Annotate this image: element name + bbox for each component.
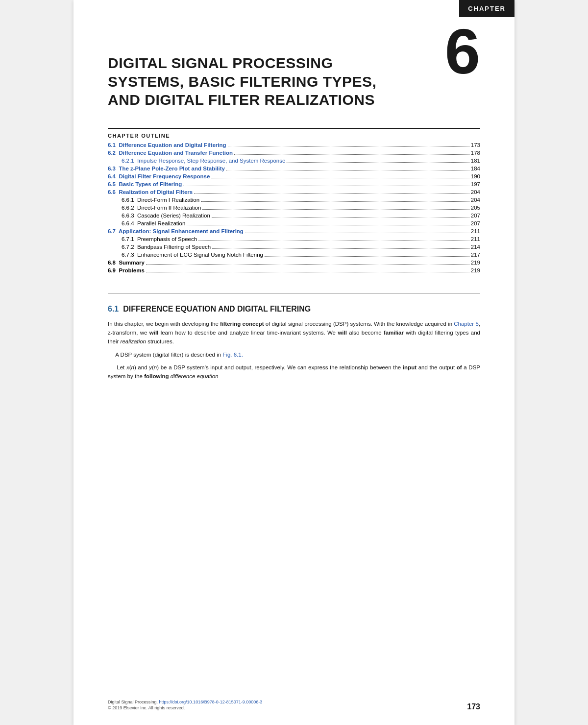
italic-n1: n (131, 364, 134, 370)
bold-input: input (403, 364, 416, 370)
toc-dots-6-6-2 (202, 209, 469, 210)
section-6-1-para-1: In this chapter, we begin with developin… (108, 319, 480, 346)
page-number: 173 (467, 702, 480, 711)
toc-entry-6-6-1: 6.6.1 Direct-Form I Realization 204 (108, 196, 480, 204)
toc-dots-6-6-3 (212, 217, 469, 218)
toc-entry-6-2-1: 6.2.1 Impulse Response, Step Response, a… (108, 157, 480, 165)
bold-will2: will (338, 330, 347, 336)
toc-label-6-5[interactable]: 6.5 Basic Types of Filtering (108, 181, 182, 187)
toc-label-6-6-4: 6.6.4 Parallel Realization (122, 220, 185, 226)
toc-label-6-2-1[interactable]: 6.2.1 Impulse Response, Step Response, a… (122, 158, 285, 164)
toc-entry-6-6: 6.6 Realization of Digital Filters 204 (108, 189, 480, 196)
toc-dots-6-6-4 (187, 225, 469, 225)
section-divider (108, 293, 480, 294)
toc-page-6-8: 219 (471, 260, 480, 266)
toc-dots-6-4 (211, 178, 469, 178)
toc-page-6-6: 204 (471, 189, 480, 195)
bold-following: following (144, 373, 169, 379)
book-page: CHAPTER 6 DIGITAL SIGNAL PROCESSING SYST… (74, 0, 514, 725)
toc-page-6-7-1: 211 (471, 236, 480, 242)
toc-entry-6-9: 6.9 Problems 219 (108, 267, 480, 275)
toc-label-6-7-2: 6.7.2 Bandpass Filtering of Speech (122, 244, 211, 250)
toc-label-6-8: 6.8 Summary (108, 260, 145, 266)
toc-page-6-7-3: 217 (471, 252, 480, 258)
page-footer: Digital Signal Processing. https://doi.o… (108, 699, 480, 711)
section-6-1-para-2: A DSP system (digital filter) is describ… (108, 350, 480, 359)
toc-entry-6-6-3: 6.6.3 Cascade (Series) Realization 207 (108, 212, 480, 220)
toc-label-6-9: 6.9 Problems (108, 267, 145, 273)
toc-dots-6-8 (146, 264, 469, 265)
toc-dots-6-7 (245, 233, 469, 233)
toc-entry-6-7-1: 6.7.1 Preemphasis of Speech 211 (108, 236, 480, 243)
toc-dots-6-6-1 (201, 201, 469, 202)
toc-dots-6-9 (146, 272, 469, 272)
chapter-number: 6 (445, 20, 480, 83)
toc-entry-6-4: 6.4 Digital Filter Frequency Response 19… (108, 173, 480, 181)
toc-label-6-4[interactable]: 6.4 Digital Filter Frequency Response (108, 173, 210, 179)
toc-page-6-6-3: 207 (471, 213, 480, 218)
toc-entry-6-7-3: 6.7.3 Enhancement of ECG Signal Using No… (108, 251, 480, 259)
bold-will1: will (149, 330, 159, 336)
toc-label-6-2[interactable]: 6.2 Difference Equation and Transfer Fun… (108, 150, 233, 156)
bold-of: of (457, 364, 462, 370)
toc-label-6-6-1: 6.6.1 Direct-Form I Realization (122, 197, 199, 203)
toc-page-6-6-2: 205 (471, 205, 480, 211)
section-6-1-para-3: Let x(n) and y(n) be a DSP system's inpu… (108, 363, 480, 381)
toc-entry-6-1: 6.1 Difference Equation and Digital Filt… (108, 142, 480, 149)
toc-dots-6-1 (228, 146, 469, 147)
toc-entry-6-8: 6.8 Summary 219 (108, 259, 480, 267)
toc-page-6-9: 219 (471, 267, 480, 273)
toc-page-6-7: 211 (471, 228, 480, 234)
section-6-1-heading: 6.1 DIFFERENCE EQUATION AND DIGITAL FILT… (108, 305, 480, 314)
section-num: 6.1 (108, 305, 119, 313)
toc-page-6-3: 184 (471, 166, 480, 171)
italic-yn: y (149, 364, 152, 370)
toc-label-6-6[interactable]: 6.6 Realization of Digital Filters (108, 189, 193, 195)
toc-label-6-7-1: 6.7.1 Preemphasis of Speech (122, 236, 197, 242)
outline-heading: CHAPTER OUTLINE (108, 133, 480, 139)
toc-dots-6-6 (194, 193, 469, 194)
toc-page-6-2-1: 181 (471, 158, 480, 164)
toc-label-6-3[interactable]: 6.3 The z-Plane Pole-Zero Plot and Stabi… (108, 166, 225, 171)
toc-label-6-6-3: 6.6.3 Cascade (Series) Realization (122, 213, 210, 218)
italic-realization: realization (121, 338, 146, 344)
toc-page-6-2: 178 (471, 150, 480, 156)
toc-dots-6-7-2 (212, 248, 469, 249)
toc-entry-6-6-4: 6.6.4 Parallel Realization 207 (108, 220, 480, 228)
toc-page-6-1: 173 (471, 142, 480, 148)
toc-dots-6-7-3 (265, 256, 469, 257)
toc-dots-6-7-1 (198, 241, 469, 241)
toc-entry-6-6-2: 6.6.2 Direct-Form II Realization 205 (108, 204, 480, 212)
toc-dots-6-2 (234, 154, 469, 155)
toc-page-6-7-2: 214 (471, 244, 480, 250)
italic-diff-eq: difference equation (171, 373, 219, 379)
toc-page-6-4: 190 (471, 173, 480, 179)
toc-page-6-5: 197 (471, 181, 480, 187)
toc-entry-6-7: 6.7 Application: Signal Enhancement and … (108, 228, 480, 236)
book-title-text: Digital Signal Processing. (108, 700, 158, 704)
toc-dots-6-2-1 (287, 162, 469, 163)
section-title-text: DIFFERENCE EQUATION AND DIGITAL FILTERIN… (123, 305, 311, 313)
toc-label-6-1[interactable]: 6.1 Difference Equation and Digital Filt… (108, 142, 226, 148)
italic-xn: x (126, 364, 129, 370)
copyright-text: © 2019 Elsevier Inc. All rights reserved… (108, 705, 185, 710)
chapter-title: DIGITAL SIGNAL PROCESSING SYSTEMS, BASIC… (108, 54, 402, 109)
toc-label-6-6-2: 6.6.2 Direct-Form II Realization (122, 205, 201, 211)
toc-entry-6-5: 6.5 Basic Types of Filtering 197 (108, 181, 480, 189)
bold-familiar: familiar (384, 330, 404, 336)
fig-6-1-link[interactable]: Fig. 6.1. (222, 352, 243, 358)
chapter5-link[interactable]: Chapter 5 (454, 321, 479, 327)
toc-page-6-6-1: 204 (471, 197, 480, 203)
toc-label-6-7[interactable]: 6.7 Application: Signal Enhancement and … (108, 228, 244, 234)
toc-page-6-6-4: 207 (471, 220, 480, 226)
toc-dots-6-5 (183, 186, 469, 186)
toc-dots-6-3 (226, 170, 469, 170)
toc-entries: 6.1 Difference Equation and Digital Filt… (108, 142, 480, 275)
toc-entry-6-7-2: 6.7.2 Bandpass Filtering of Speech 214 (108, 243, 480, 251)
toc-entry-6-2: 6.2 Difference Equation and Transfer Fun… (108, 149, 480, 157)
footer-left: Digital Signal Processing. https://doi.o… (108, 699, 262, 711)
italic-n2: n (154, 364, 157, 370)
doi-link[interactable]: https://doi.org/10.1016/B978-0-12-815071… (159, 700, 263, 704)
chapter-outline: CHAPTER OUTLINE 6.1 Difference Equation … (108, 128, 480, 275)
chapter-banner: CHAPTER (459, 0, 514, 17)
